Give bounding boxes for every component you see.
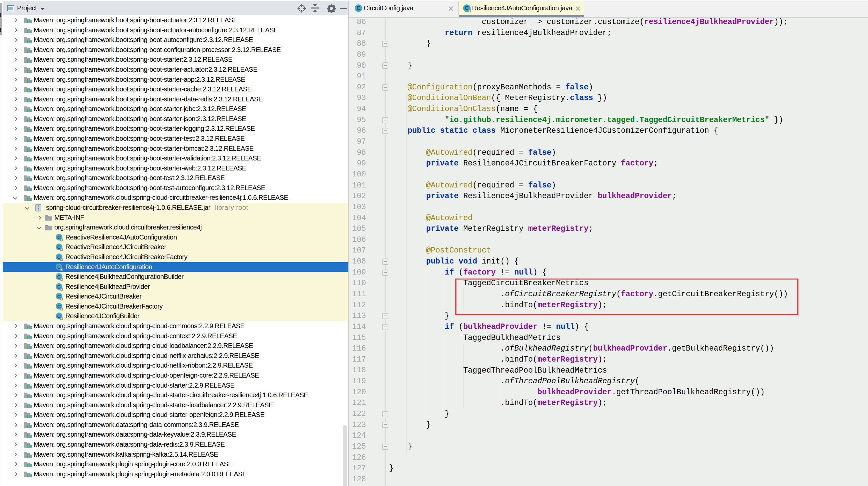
svg-text:C: C — [356, 5, 361, 11]
